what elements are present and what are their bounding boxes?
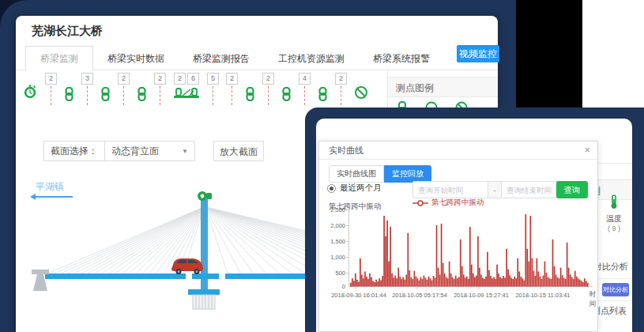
radio-icon (327, 184, 336, 193)
tab-realtime-curve[interactable]: 实时曲线图 (329, 165, 384, 183)
close-icon[interactable]: × (584, 141, 590, 159)
link-sensor[interactable] (137, 73, 147, 101)
page-title: 芜湖长江大桥 (32, 24, 103, 39)
bridge-sensor-group[interactable]: 26 (173, 73, 200, 100)
radio-label: 最近两个月 (340, 183, 382, 194)
sensor-marker: 3 (81, 73, 93, 105)
sensor-marker: 4 (299, 73, 311, 105)
chevron-down-icon: ▼ (182, 148, 188, 155)
bridge-sensor-icon[interactable] (173, 86, 200, 100)
sensor-marker: 2 (118, 73, 130, 105)
sensor-count-badge: 2 (45, 73, 57, 85)
dialog-title: 实时曲线 (329, 141, 363, 159)
sensor-marker: 2 (262, 73, 274, 105)
white-region (582, 0, 644, 111)
tab-monitor-report[interactable]: 桥梁监测报告 (179, 47, 264, 70)
tab-realtime-data[interactable]: 桥梁实时数据 (93, 47, 179, 70)
sensor-marker: 2 (335, 73, 347, 105)
dashed-line (160, 86, 160, 105)
svg-text:1,500: 1,500 (330, 238, 345, 245)
sensor-marker: 2 (154, 73, 166, 105)
svg-text:2,000: 2,000 (330, 222, 345, 229)
sensor-marker: 5 (207, 73, 219, 105)
dashed-line (87, 86, 88, 105)
y-axis-labels: 2,500 2,000 1,500 1,000 500 0 (330, 206, 345, 290)
link-sensor[interactable] (318, 73, 328, 101)
x-axis-labels: 2018-09-30 16:01:44 2018-10-05 05:17:54 … (331, 292, 570, 299)
svg-text:2018-10-09 15:27:41: 2018-10-09 15:27:41 (454, 292, 509, 299)
search-button[interactable]: 查询 (556, 181, 588, 198)
ban-sensor[interactable] (354, 73, 368, 100)
link-sensor[interactable] (245, 73, 255, 101)
svg-text:1,000: 1,000 (330, 254, 345, 261)
chart-bars (350, 214, 589, 287)
sensor-count-badge: 2 (118, 73, 130, 85)
realtime-curve-dialog: 实时曲线 × 实时曲线图 监控回放 最近两个月 - 查询 第七跨跨中振动 第七跨… (318, 141, 598, 332)
section-select-dropdown[interactable]: 动态背立面 ▼ (104, 141, 194, 160)
sensor-count-badge: 2 (154, 73, 166, 85)
link-icon[interactable] (245, 87, 255, 101)
sensor-marker: 2 (45, 73, 57, 105)
temperature-legend-item[interactable]: 温度 ( 9 ) (597, 194, 631, 232)
clock-sensor[interactable] (22, 73, 38, 100)
compare-analysis-button[interactable]: 对比分析 (602, 283, 629, 296)
temperature-count: ( 9 ) (597, 224, 631, 232)
screen: 芜湖长江大桥 桥梁监测 桥梁实时数据 桥梁监测报告 工控机资源监测 桥梁系统报警… (0, 0, 644, 332)
dialog-tab-bar: 实时曲线图 监控回放 (329, 165, 431, 183)
tab-bridge-monitor[interactable]: 桥梁监测 (25, 46, 93, 71)
dashed-line (304, 86, 305, 105)
svg-text:2018-09-30 16:01:44: 2018-09-30 16:01:44 (331, 292, 386, 299)
dashed-line (123, 86, 124, 105)
sensor-count-badge: 2 (262, 73, 274, 85)
section-select-value: 动态背立面 (111, 145, 159, 158)
sensor-count-badge: 2 (174, 73, 186, 85)
dashed-line (341, 86, 341, 105)
section-select-label: 截面选择： (44, 145, 104, 158)
enlarge-section-button[interactable]: 放大截面 (213, 141, 264, 161)
sensor-count-badge: 2 (335, 73, 347, 85)
legend-panel-header: 测点图例 (388, 77, 498, 97)
ban-icon[interactable] (354, 85, 368, 100)
link-icon[interactable] (281, 87, 292, 101)
tab-monitor-playback[interactable]: 监控回放 (384, 165, 431, 183)
recent-two-months-radio[interactable]: 最近两个月 (327, 183, 382, 194)
link-sensor[interactable] (281, 73, 292, 101)
main-tab-bar: 桥梁监测 桥梁实时数据 桥梁监测报告 工控机资源监测 桥梁系统报警 (25, 46, 444, 70)
svg-text:2,500: 2,500 (330, 206, 345, 213)
tab-ipc-resource[interactable]: 工控机资源监测 (264, 47, 359, 70)
range-separator: - (488, 181, 501, 198)
link-sensor[interactable] (100, 73, 111, 101)
link-icon[interactable] (100, 87, 111, 101)
video-monitor-button[interactable]: 视频监控 (457, 45, 499, 62)
vibration-chart: 2,500 2,000 1,500 1,000 500 0 2018-09-30… (324, 205, 599, 311)
tower-pier (188, 289, 220, 309)
sensor-count-badge: 2 (226, 73, 238, 85)
abutment (32, 270, 49, 291)
thermometer-icon (609, 198, 619, 212)
sensor-marker: 2 (226, 73, 238, 105)
link-icon[interactable] (137, 87, 147, 101)
svg-text:0: 0 (342, 283, 345, 290)
svg-text:2018-10-15 11:03:41: 2018-10-15 11:03:41 (515, 292, 570, 299)
section-select-group: 截面选择： 动态背立面 ▼ (43, 141, 195, 161)
dialog-title-divider (319, 159, 597, 160)
dashed-line (51, 86, 51, 105)
camera-icon[interactable] (198, 191, 212, 201)
car (171, 258, 203, 274)
temperature-label: 温度 (597, 213, 631, 224)
link-icon[interactable] (318, 87, 328, 101)
link-icon[interactable] (64, 87, 74, 101)
sensor-count-badge: 6 (187, 73, 199, 85)
link-sensor[interactable] (64, 73, 74, 101)
svg-text:2018-10-05 05:17:54: 2018-10-05 05:17:54 (392, 292, 447, 299)
dashed-line (213, 86, 213, 105)
svg-text:500: 500 (335, 270, 345, 277)
tab-system-alarm[interactable]: 桥梁系统报警 (359, 47, 444, 70)
bridge-tower (201, 199, 208, 296)
x-axis-name: 时间 (589, 290, 597, 309)
dashed-line (268, 86, 269, 105)
sensor-count-badge: 4 (299, 73, 311, 85)
clock-icon[interactable] (22, 84, 38, 100)
black-region (516, 0, 582, 109)
sensor-count-badge: 3 (81, 73, 93, 85)
